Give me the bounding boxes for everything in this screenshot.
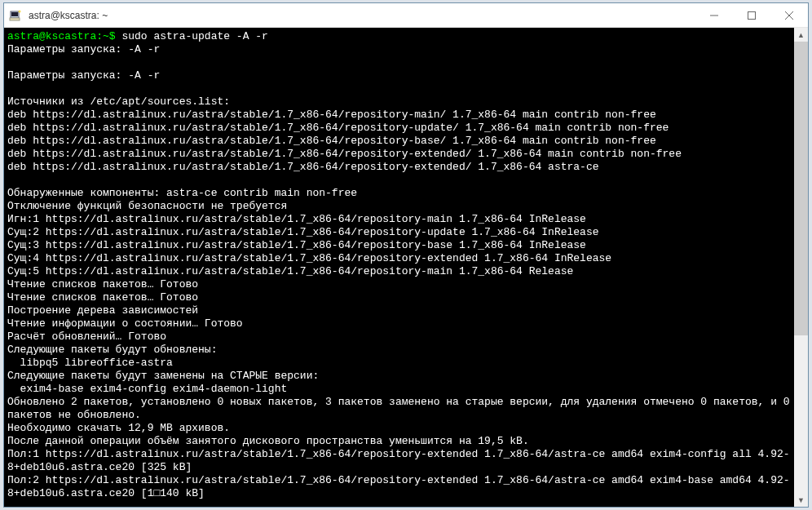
titlebar[interactable]: astra@kscastra: ~	[4, 3, 808, 28]
prompt: astra@kscastra:~$	[7, 30, 121, 42]
terminal-output: Параметры запуска: -A -r Параметры запус…	[7, 43, 794, 499]
maximize-button[interactable]	[733, 3, 770, 28]
scroll-down-arrow[interactable]: ▼	[794, 493, 808, 507]
svg-rect-2	[10, 18, 20, 20]
putty-window: astra@kscastra: ~ astra@kscastra:~$ sudo…	[3, 2, 809, 508]
terminal[interactable]: astra@kscastra:~$ sudo astra-update -A -…	[4, 28, 794, 507]
scroll-up-arrow[interactable]: ▲	[794, 28, 808, 42]
window-controls	[695, 3, 808, 28]
svg-rect-1	[11, 12, 18, 16]
scroll-track[interactable]	[794, 42, 808, 493]
client-area: astra@kscastra:~$ sudo astra-update -A -…	[4, 28, 808, 507]
scroll-thumb[interactable]	[794, 42, 808, 335]
svg-rect-5	[748, 11, 756, 19]
window-title: astra@kscastra: ~	[27, 10, 695, 21]
putty-icon	[9, 9, 22, 22]
minimize-button[interactable]	[695, 3, 733, 28]
close-button[interactable]	[770, 3, 808, 28]
scrollbar[interactable]: ▲ ▼	[794, 28, 808, 507]
command-text: sudo astra-update -A -r	[121, 30, 267, 42]
svg-point-3	[19, 10, 21, 12]
